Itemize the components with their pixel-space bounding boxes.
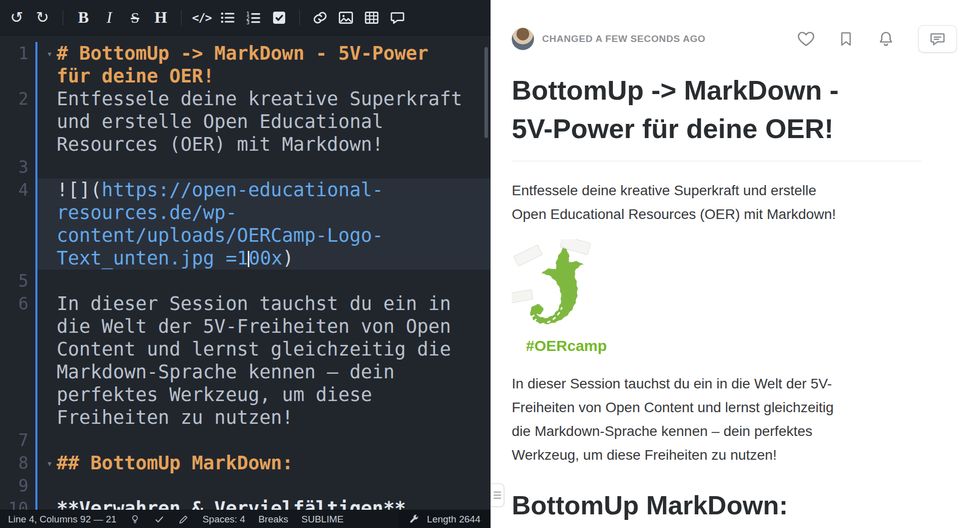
pen-button[interactable] <box>178 514 189 525</box>
line-number: 3 <box>18 157 28 177</box>
pen-icon <box>178 514 189 525</box>
strikethrough-button[interactable]: S <box>123 6 147 29</box>
pane-resize-handle[interactable] <box>491 483 504 507</box>
editor-line: 5 <box>0 270 491 292</box>
redo-button[interactable]: ↻ <box>31 6 54 29</box>
heading-icon: H <box>155 8 167 27</box>
editor-line-text[interactable] <box>35 156 491 179</box>
favorite-button[interactable] <box>797 30 815 48</box>
check-icon <box>154 514 165 525</box>
bell-icon <box>877 30 895 48</box>
last-changed-text: CHANGED A FEW SECONDS AGO <box>542 33 705 45</box>
editor-line: 10 **Verwahren & Vervielfältigen** <box>0 497 491 510</box>
editor-line-text[interactable]: ![](https://open-educational- resources.… <box>35 179 491 270</box>
undo-icon: ↺ <box>10 10 23 25</box>
numbered-list-icon: 123 <box>245 10 261 26</box>
table-icon <box>364 10 380 26</box>
markdown-image-syntax: ) <box>283 247 294 269</box>
notifications-button[interactable] <box>877 30 895 48</box>
italic-button[interactable]: I <box>98 6 121 29</box>
undo-button[interactable]: ↺ <box>5 6 28 29</box>
editor-line-text[interactable]: In dieser Session tauchst du ein in die … <box>35 292 491 429</box>
oercamp-logo: #OERcamp <box>512 239 921 355</box>
rendered-markdown: BottomUp -> MarkDown - 5V-Power für dein… <box>512 71 921 528</box>
bullet-list-button[interactable] <box>216 6 239 29</box>
code-block-button[interactable]: </> <box>190 6 213 29</box>
line-number: 10 <box>8 499 28 510</box>
comment-icon <box>389 10 406 26</box>
bookmark-icon <box>837 30 855 48</box>
editor-line: 2 Entfessele deine kreative Superkraft u… <box>0 87 491 156</box>
link-icon <box>312 10 328 26</box>
redo-icon: ↻ <box>36 10 49 25</box>
length-value: Length 2644 <box>427 514 480 525</box>
line-number: 9 <box>18 476 28 496</box>
italic-icon: I <box>107 8 112 27</box>
wrench-icon[interactable] <box>409 514 420 525</box>
editor-line: 7 <box>0 429 491 452</box>
code-icon: </> <box>192 11 212 24</box>
editor-toolbar: ↺ ↻ B I S H </> 123 <box>0 0 491 35</box>
spaces-setting[interactable]: Spaces: 4 <box>202 514 245 525</box>
svg-text:3: 3 <box>246 19 249 26</box>
comment-button[interactable] <box>386 6 409 29</box>
line-number: 8 <box>18 453 28 473</box>
line-number: 4 <box>18 180 28 200</box>
page-title: BottomUp -> MarkDown - 5V-Power für dein… <box>512 71 921 161</box>
editor-line-text[interactable]: Entfessele deine kreative Superkraft und… <box>35 87 491 156</box>
editor-pane: ↺ ↻ B I S H </> 123 <box>0 0 491 528</box>
image-url: https://open-educational- resources.de/w… <box>57 179 383 269</box>
bold-icon: B <box>78 8 88 27</box>
logo-caption: #OERcamp <box>526 337 921 355</box>
numbered-list-button[interactable]: 123 <box>242 6 265 29</box>
bookmark-button[interactable] <box>837 30 855 48</box>
editor-line-text[interactable] <box>35 429 491 452</box>
editor-line: 3 <box>0 156 491 179</box>
fold-chevron-icon[interactable]: ▾ <box>47 42 53 65</box>
editor-line-text[interactable] <box>35 474 491 497</box>
cursor-position: Line 4, Columns 92 — 21 <box>8 514 116 525</box>
toolbar-divider <box>299 10 300 25</box>
image-url: 00x <box>249 247 283 269</box>
line-number: 7 <box>18 430 28 450</box>
editor-line-text[interactable] <box>35 270 491 292</box>
comments-panel-button[interactable] <box>918 25 957 53</box>
intro-paragraph: Entfessele deine kreative Superkraft und… <box>512 179 921 226</box>
line-number: 6 <box>18 294 28 314</box>
strikethrough-icon: S <box>131 9 140 26</box>
lightbulb-button[interactable] <box>129 514 141 525</box>
markdown-image-syntax: ![]( <box>57 179 102 201</box>
editor-scrollbar[interactable] <box>484 47 488 138</box>
image-icon <box>338 10 354 26</box>
preview-pane: CHANGED A FEW SECONDS AGO BottomUp -> Ma… <box>491 0 980 528</box>
document-length: Length 2644 <box>398 510 491 528</box>
editor-line-text[interactable]: ## BottomUp MarkDown: <box>35 452 491 474</box>
heading-button[interactable]: H <box>149 6 172 29</box>
lightbulb-icon <box>129 514 141 525</box>
section-heading: BottomUp MarkDown: <box>512 489 921 528</box>
app-window: ↺ ↻ B I S H </> 123 <box>0 0 980 528</box>
code-editor[interactable]: ▾1 # BottomUp -> MarkDown - 5V-Power für… <box>0 36 491 510</box>
breaks-setting[interactable]: Breaks <box>258 514 288 525</box>
avatar[interactable] <box>512 28 534 50</box>
keymap-setting[interactable]: SUBLIME <box>301 514 343 525</box>
editor-line-text[interactable]: **Verwahren & Vervielfältigen** <box>35 497 491 510</box>
bold-button[interactable]: B <box>72 6 95 29</box>
comments-icon <box>929 30 946 48</box>
fold-chevron-icon[interactable]: ▾ <box>47 452 53 475</box>
editor-line: ▾8 ## BottomUp MarkDown: <box>0 452 491 474</box>
editor-line-text[interactable]: # BottomUp -> MarkDown - 5V-Power für de… <box>35 42 491 87</box>
check-list-icon <box>271 10 287 26</box>
line-number: 2 <box>18 89 28 109</box>
status-bar: Line 4, Columns 92 — 21 Spaces: 4 Breaks… <box>0 510 491 528</box>
spellcheck-button[interactable] <box>154 514 165 525</box>
check-list-button[interactable] <box>268 6 291 29</box>
image-button[interactable] <box>334 6 358 29</box>
link-button[interactable] <box>308 6 332 29</box>
table-button[interactable] <box>360 6 383 29</box>
session-paragraph: In dieser Session tauchst du ein in die … <box>512 372 921 467</box>
editor-line: 6 In dieser Session tauchst du ein in di… <box>0 292 491 429</box>
oercamp-flame-image <box>512 239 605 335</box>
line-number: 1 <box>18 43 28 63</box>
editor-line: 4 ![](https://open-educational- resource… <box>0 179 491 270</box>
